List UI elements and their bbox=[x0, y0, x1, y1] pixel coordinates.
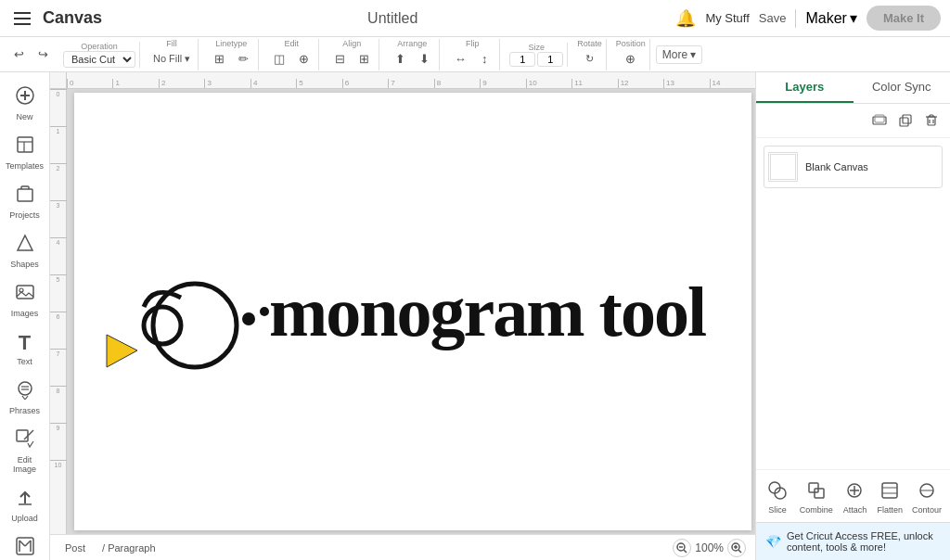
projects-icon bbox=[15, 184, 35, 209]
zoom-out-button[interactable] bbox=[673, 539, 691, 557]
layers-delete-button[interactable] bbox=[920, 109, 943, 132]
position-label: Position bbox=[616, 39, 646, 48]
action-slice[interactable]: Slice bbox=[764, 477, 790, 515]
zoom-in-button[interactable] bbox=[727, 539, 746, 557]
more-button[interactable]: More ▾ bbox=[656, 45, 703, 64]
ruler-h-mark: 6 bbox=[342, 79, 388, 88]
sidebar-item-new[interactable]: New bbox=[2, 80, 48, 127]
align-label: Align bbox=[342, 39, 361, 48]
undo-button[interactable]: ↩ bbox=[7, 44, 30, 66]
operation-section: Operation Basic Cut bbox=[59, 42, 140, 68]
edit-icons: ◫ ⊕ bbox=[268, 48, 315, 70]
promo-banner[interactable]: 💎 Get Cricut Access FREE, unlock content… bbox=[756, 522, 950, 560]
width-input[interactable] bbox=[509, 52, 535, 67]
size-section: Size bbox=[506, 43, 568, 67]
rotate-input[interactable]: ↻ bbox=[579, 48, 601, 70]
layer-item[interactable]: Blank Canvas bbox=[764, 146, 943, 188]
arrange-btn-2[interactable]: ⬇ bbox=[413, 48, 435, 70]
svg-line-20 bbox=[25, 541, 31, 546]
canvas-white-area[interactable]: monogram tool bbox=[74, 93, 751, 530]
svg-point-25 bbox=[260, 307, 269, 316]
arrange-btn-1[interactable]: ⬆ bbox=[389, 48, 411, 70]
machine-selector[interactable]: Maker ▾ bbox=[805, 9, 856, 27]
make-it-button[interactable]: Make It bbox=[867, 6, 941, 31]
tab-color-sync[interactable]: Color Sync bbox=[854, 72, 951, 103]
edit-btn-2[interactable]: ⊕ bbox=[292, 48, 315, 70]
bottom-tabs: Post / Paragraph bbox=[59, 541, 161, 555]
sidebar-item-upload[interactable]: Upload bbox=[2, 481, 48, 528]
ruler-v-mark: 0 bbox=[50, 89, 67, 126]
header: Canvas Untitled 🔔 My Stuff Save Maker ▾ … bbox=[0, 0, 950, 37]
edit-btn-1[interactable]: ◫ bbox=[268, 48, 290, 70]
svg-line-30 bbox=[738, 550, 741, 553]
flip-section: Flip ↔ ↕ bbox=[445, 39, 500, 70]
ruler-left: 012345678910 bbox=[50, 89, 67, 534]
attach-label: Attach bbox=[843, 505, 867, 515]
position-section: Position ⊕ bbox=[612, 39, 650, 70]
combine-icon bbox=[803, 477, 829, 503]
tab-layers[interactable]: Layers bbox=[756, 72, 854, 103]
linetype-btn-2[interactable]: ✏ bbox=[232, 48, 254, 70]
fill-button[interactable]: No Fill ▾ bbox=[149, 48, 194, 70]
sidebar-shapes-label: Shapes bbox=[10, 260, 39, 269]
action-flatten[interactable]: Flatten bbox=[877, 477, 903, 515]
flatten-icon bbox=[877, 477, 903, 503]
ruler-v-mark: 9 bbox=[50, 423, 67, 460]
sidebar-item-shapes[interactable]: Shapes bbox=[2, 227, 48, 274]
paragraph-tab[interactable]: / Paragraph bbox=[96, 541, 160, 555]
align-btn-1[interactable]: ⊟ bbox=[328, 48, 351, 70]
ruler-h-mark: 0 bbox=[67, 79, 112, 88]
rotate-label: Rotate bbox=[577, 39, 602, 48]
size-control: Size bbox=[509, 43, 563, 67]
linetype-section: Linetype ⊞ ✏ bbox=[204, 39, 259, 70]
promo-text: Get Cricut Access FREE, unlock content, … bbox=[787, 530, 941, 553]
sidebar-item-edit-images[interactable]: Edit Image bbox=[2, 423, 48, 479]
ruler-h-mark: 5 bbox=[296, 79, 341, 88]
layers-group-button[interactable] bbox=[868, 109, 891, 132]
height-input[interactable] bbox=[537, 52, 563, 67]
sidebar-item-phrases[interactable]: Phrases bbox=[2, 374, 48, 421]
flip-v-btn[interactable]: ↕ bbox=[473, 48, 495, 70]
ruler-v-mark: 6 bbox=[50, 312, 67, 349]
ruler-h-mark: 1 bbox=[112, 79, 158, 88]
linetype-btn-1[interactable]: ⊞ bbox=[208, 48, 230, 70]
size-inputs bbox=[509, 52, 563, 67]
sidebar-item-monogram[interactable]: Monogram bbox=[2, 530, 48, 560]
redo-button[interactable]: ↪ bbox=[32, 44, 54, 66]
align-icons: ⊟ ⊞ bbox=[328, 48, 375, 70]
toolbar: ↩ ↪ Operation Basic Cut Fill No Fill ▾ L… bbox=[0, 37, 950, 72]
sidebar-item-text[interactable]: T Text bbox=[2, 325, 48, 372]
action-combine[interactable]: Combine bbox=[800, 477, 833, 515]
position-btn[interactable]: ⊕ bbox=[620, 48, 642, 70]
save-button[interactable]: Save bbox=[759, 11, 787, 25]
document-title[interactable]: Untitled bbox=[117, 10, 668, 27]
svg-point-23 bbox=[144, 307, 181, 344]
post-tab[interactable]: Post bbox=[59, 541, 91, 555]
action-contour[interactable]: Contour bbox=[912, 477, 942, 515]
align-btn-2[interactable]: ⊞ bbox=[353, 48, 375, 70]
action-attach[interactable]: Attach bbox=[841, 477, 867, 515]
ruler-h-mark: 13 bbox=[663, 79, 709, 88]
sidebar-item-projects[interactable]: Projects bbox=[2, 178, 48, 225]
notifications-icon[interactable]: 🔔 bbox=[675, 8, 696, 29]
layers-duplicate-button[interactable] bbox=[894, 109, 917, 132]
ruler-h-mark: 10 bbox=[526, 79, 571, 88]
hamburger-menu-button[interactable] bbox=[9, 6, 35, 32]
ruler-marks-top: 01234567891011121314 bbox=[67, 72, 755, 88]
shapes-icon bbox=[15, 233, 35, 258]
slice-label: Slice bbox=[768, 505, 787, 515]
svg-point-10 bbox=[19, 382, 32, 395]
sidebar-item-templates[interactable]: Templates bbox=[2, 129, 48, 176]
my-stuff-button[interactable]: My Stuff bbox=[705, 11, 749, 25]
canvas-viewport[interactable]: monogram tool bbox=[67, 89, 755, 534]
sidebar-item-images[interactable]: Images bbox=[2, 276, 48, 324]
layers-list: Blank Canvas bbox=[756, 138, 950, 312]
operation-select[interactable]: Basic Cut bbox=[63, 51, 135, 68]
sidebar-images-label: Images bbox=[11, 309, 39, 318]
svg-marker-7 bbox=[18, 235, 32, 250]
flip-h-btn[interactable]: ↔ bbox=[449, 48, 471, 70]
images-icon bbox=[15, 282, 35, 307]
ruler-v-mark: 3 bbox=[50, 200, 67, 237]
svg-marker-21 bbox=[107, 335, 137, 367]
canvas-area: 01234567891011121314 012345678910 bbox=[50, 72, 755, 560]
